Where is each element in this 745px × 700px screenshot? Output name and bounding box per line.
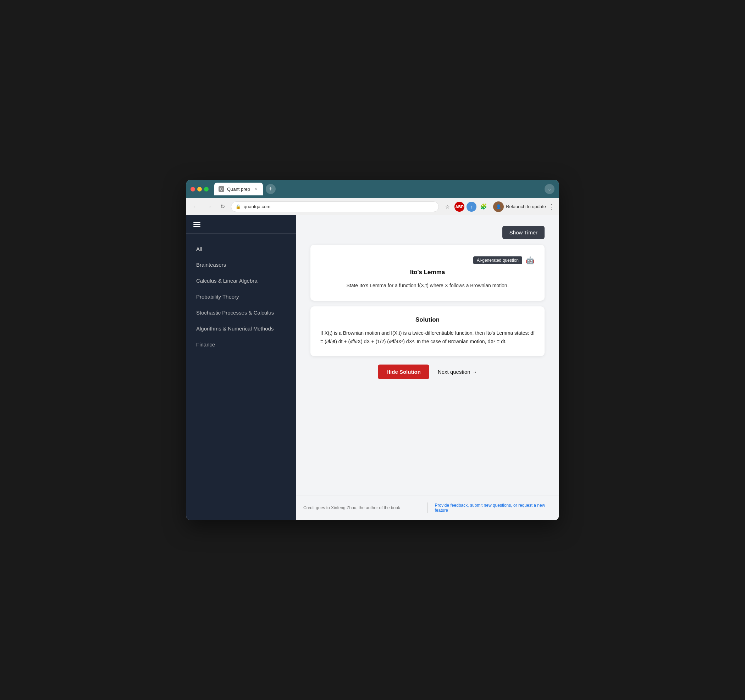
show-timer-button[interactable]: Show Timer (502, 226, 545, 239)
footer-feedback-link[interactable]: Provide feedback, submit new questions, … (435, 503, 552, 513)
content-inner: Show Timer AI-generated question 🤖 Ito's… (303, 215, 552, 400)
solution-title: Solution (320, 316, 535, 323)
minimize-button[interactable] (197, 187, 202, 191)
reload-button[interactable]: ↻ (217, 202, 227, 212)
url-actions: ☆ ABP ↑ 🧩 👤 Relaunch to update ⋮ (442, 201, 555, 212)
security-icon: 🔒 (236, 204, 241, 209)
main-area: All Brainteasers Calculus & Linear Algeb… (186, 215, 559, 520)
url-text: quantqa.com (244, 204, 270, 209)
solution-text: If X(t) is a Brownian motion and f(X,t) … (320, 329, 535, 346)
profile-avatar[interactable]: 👤 (493, 201, 504, 212)
ai-badge-row: AI-generated question 🤖 (320, 256, 535, 264)
question-title: Ito's Lemma (320, 269, 535, 276)
question-card: AI-generated question 🤖 Ito's Lemma Stat… (310, 245, 545, 301)
sidebar: All Brainteasers Calculus & Linear Algeb… (186, 215, 296, 520)
adblock-icon[interactable]: ABP (455, 202, 464, 212)
url-bar: ← → ↻ 🔒 quantqa.com ☆ ABP ↑ 🧩 (186, 198, 559, 215)
solution-card: Solution If X(t) is a Brownian motion an… (310, 306, 545, 356)
content-area: Show Timer AI-generated question 🤖 Ito's… (296, 215, 559, 520)
hamburger-menu-button[interactable] (193, 222, 200, 227)
extension-upload-icon[interactable]: ↑ (467, 202, 476, 212)
action-row: Hide Solution Next question → (310, 364, 545, 379)
question-text: State Ito's Lemma for a function f(X,t) … (320, 282, 535, 290)
back-button[interactable]: ← (190, 202, 200, 212)
sidebar-item-algorithms[interactable]: Algorithms & Numerical Methods (186, 321, 296, 337)
traffic-lights (190, 187, 209, 191)
sidebar-item-finance[interactable]: Finance (186, 337, 296, 352)
chrome-dropdown-button[interactable]: ⌄ (545, 184, 555, 194)
extensions-icon[interactable]: 🧩 (479, 202, 489, 212)
sidebar-header (186, 215, 296, 234)
new-tab-button[interactable]: + (266, 184, 276, 194)
sidebar-item-probability[interactable]: Probability Theory (186, 289, 296, 304)
close-button[interactable] (190, 187, 195, 191)
url-bar-divider (491, 203, 491, 210)
sidebar-item-brainteasers[interactable]: Brainteasers (186, 257, 296, 273)
tab-label: Quant prep (227, 187, 250, 192)
forward-button[interactable]: → (204, 202, 214, 212)
footer-divider (428, 503, 428, 513)
show-timer-row: Show Timer (310, 226, 545, 239)
bookmark-button[interactable]: ☆ (442, 202, 452, 212)
tab-close-button[interactable]: × (253, 186, 259, 192)
more-options-button[interactable]: ⋮ (548, 203, 555, 210)
browser-window: Q Quant prep × + ⌄ ← → ↻ 🔒 quantqa.com ☆ (186, 180, 559, 520)
bot-icon: 🤖 (526, 256, 535, 264)
title-bar: Q Quant prep × + ⌄ (186, 180, 559, 198)
footer: Credit goes to Xinfeng Zhou, the author … (296, 495, 559, 520)
url-field[interactable]: 🔒 quantqa.com (231, 201, 439, 212)
footer-credit-text: Credit goes to Xinfeng Zhou, the author … (303, 505, 420, 510)
ai-generated-badge: AI-generated question (473, 257, 522, 264)
maximize-button[interactable] (204, 187, 209, 191)
browser-tab[interactable]: Q Quant prep × (214, 183, 263, 196)
tab-favicon: Q (218, 186, 224, 192)
next-question-button[interactable]: Next question → (438, 369, 477, 375)
sidebar-item-calculus[interactable]: Calculus & Linear Algebra (186, 273, 296, 289)
hide-solution-button[interactable]: Hide Solution (378, 364, 429, 379)
sidebar-nav: All Brainteasers Calculus & Linear Algeb… (186, 234, 296, 360)
sidebar-item-all[interactable]: All (186, 241, 296, 257)
relaunch-button[interactable]: Relaunch to update (506, 204, 546, 209)
sidebar-item-stochastic[interactable]: Stochastic Processes & Calculus (186, 304, 296, 321)
